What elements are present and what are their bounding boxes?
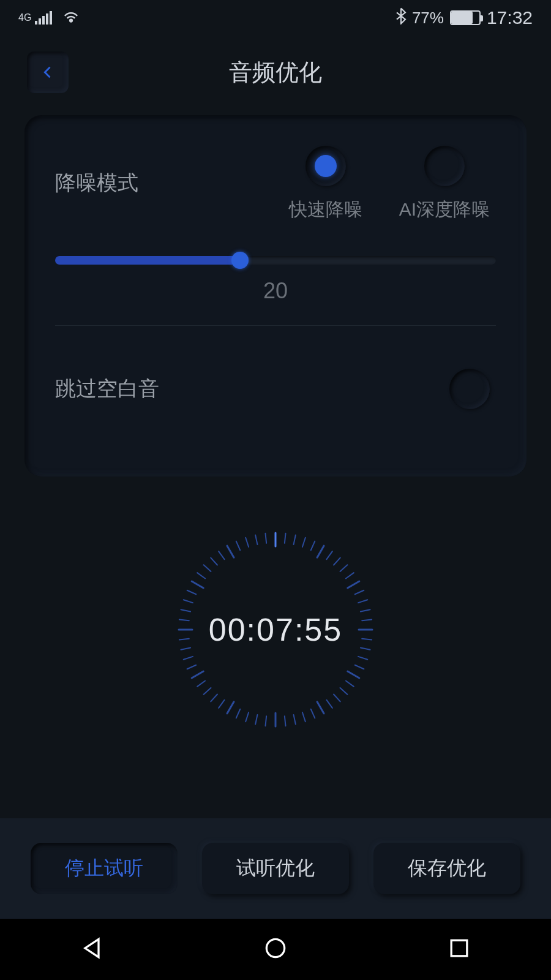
slider-value: 20 bbox=[55, 278, 496, 304]
timer-value: 00:07:55 bbox=[159, 513, 392, 746]
stop-preview-button[interactable]: 停止试听 bbox=[31, 843, 178, 894]
mode-option-label: AI深度降噪 bbox=[399, 197, 490, 222]
status-bar: 4G 77% 17:32 bbox=[0, 0, 551, 36]
noise-slider[interactable] bbox=[55, 256, 496, 265]
skip-silence-toggle[interactable] bbox=[449, 369, 490, 409]
svg-rect-62 bbox=[451, 940, 467, 956]
noise-mode-label: 降噪模式 bbox=[55, 146, 138, 197]
header: 音频优化 bbox=[0, 36, 551, 109]
radio-icon bbox=[424, 146, 465, 186]
clock: 17:32 bbox=[487, 7, 533, 28]
signal-bars-icon bbox=[35, 11, 52, 24]
preview-button[interactable]: 试听优化 bbox=[202, 843, 349, 894]
mode-option-fast[interactable]: 快速降噪 bbox=[289, 146, 362, 222]
timer: 00:07:55 bbox=[0, 513, 551, 746]
page-title: 音频优化 bbox=[0, 57, 551, 88]
bluetooth-icon bbox=[395, 7, 407, 29]
nav-home-button[interactable] bbox=[262, 935, 289, 964]
svg-point-0 bbox=[70, 19, 72, 21]
android-nav-bar bbox=[0, 919, 551, 980]
nav-back-button[interactable] bbox=[78, 935, 105, 964]
battery-percent: 77% bbox=[412, 9, 444, 28]
save-button[interactable]: 保存优化 bbox=[373, 843, 520, 894]
mode-option-ai[interactable]: AI深度降噪 bbox=[399, 146, 490, 222]
mode-option-label: 快速降噪 bbox=[289, 197, 362, 222]
battery-icon bbox=[450, 10, 481, 25]
network-indicator: 4G bbox=[18, 11, 54, 24]
nav-recent-button[interactable] bbox=[446, 935, 473, 964]
wifi-icon bbox=[62, 7, 80, 29]
skip-silence-label: 跳过空白音 bbox=[55, 375, 159, 403]
radio-icon bbox=[305, 146, 346, 186]
bottom-toolbar: 停止试听 试听优化 保存优化 bbox=[0, 818, 551, 919]
slider-thumb-icon[interactable] bbox=[231, 252, 249, 269]
svg-point-61 bbox=[266, 939, 284, 957]
settings-card: 降噪模式 快速降噪 AI深度降噪 20 跳过空白音 bbox=[24, 115, 527, 477]
